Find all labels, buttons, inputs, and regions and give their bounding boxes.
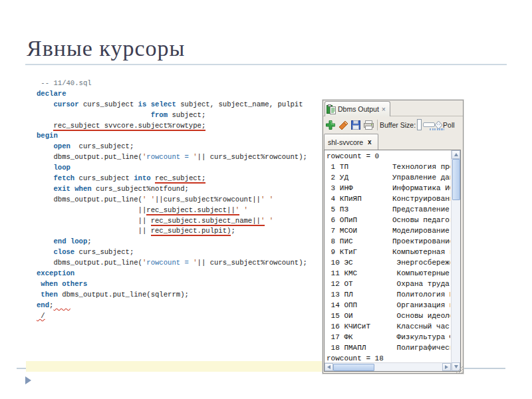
poll-label: Poll <box>443 121 455 129</box>
dbms-output-panel: Dbms Output × Buffer Size: <box>323 100 464 374</box>
dbms-output-text: rowcount = 0 1 ТП Технология про 2 УД Уп… <box>325 151 450 363</box>
footer-arrow-icon <box>25 376 31 384</box>
horizontal-scroll-thumb[interactable] <box>333 364 374 371</box>
tab-dbms-output-close-icon[interactable]: × <box>382 105 386 113</box>
slide-title: Явные курсоры <box>27 36 185 61</box>
scroll-left-button[interactable] <box>325 363 333 371</box>
scroll-right-button[interactable] <box>442 363 451 371</box>
add-icon[interactable] <box>325 120 336 130</box>
tab-dbms-output[interactable]: Dbms Output × <box>325 101 390 116</box>
scroll-up-button[interactable] <box>452 150 460 159</box>
buffer-size-label: Buffer Size: <box>380 121 416 129</box>
print-icon[interactable] <box>363 120 374 130</box>
eraser-icon[interactable] <box>338 120 348 130</box>
tab-connection[interactable]: shl-svvcore x <box>324 134 378 150</box>
tab-dbms-output-label: Dbms Output <box>338 105 379 113</box>
buffer-size-input[interactable] <box>417 119 422 130</box>
resize-grip[interactable] <box>454 364 463 373</box>
vertical-scroll-thumb[interactable] <box>452 159 460 200</box>
dbms-output-toolbar: Buffer Size: Poll <box>323 116 463 133</box>
horizontal-scrollbar[interactable] <box>325 362 451 371</box>
dbms-output-content: rowcount = 0 1 ТП Технология про 2 УД Уп… <box>324 150 461 372</box>
sql-code-block: -- 11/40.sqldeclare cursor curs_subject … <box>37 78 307 321</box>
toolbar-separator <box>377 120 378 130</box>
title-rule <box>25 64 507 65</box>
footer-highlight-bar <box>26 361 323 372</box>
clipboard-icon <box>327 104 336 114</box>
tab-connection-close-icon[interactable]: x <box>368 138 372 146</box>
save-icon[interactable] <box>350 120 361 130</box>
poll-dotted-indicator <box>430 128 444 130</box>
vertical-scrollbar[interactable] <box>451 150 460 371</box>
tab-connection-label: shl-svvcore <box>328 138 363 146</box>
